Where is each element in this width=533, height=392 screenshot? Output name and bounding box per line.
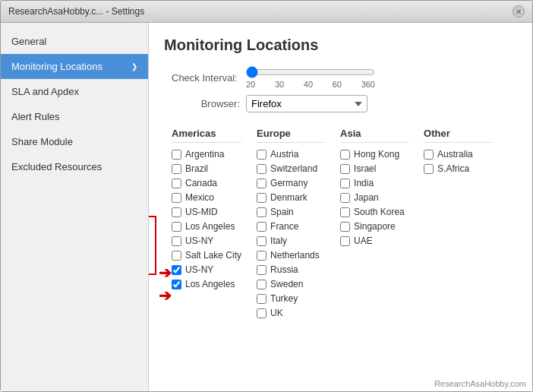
- uae-checkbox[interactable]: [340, 236, 350, 246]
- australia-checkbox[interactable]: [424, 150, 434, 160]
- check-interval-label: Check Interval:: [172, 72, 240, 84]
- usny1-label[interactable]: US-NY: [185, 236, 213, 246]
- tick-60: 60: [333, 80, 342, 89]
- netherlands-label[interactable]: Netherlands: [270, 250, 320, 261]
- losangeles2-checkbox[interactable]: [172, 280, 181, 289]
- browser-select[interactable]: Firefox Chrome Internet Explorer: [246, 95, 367, 112]
- hongkong-label[interactable]: Hong Kong: [354, 149, 399, 160]
- india-checkbox[interactable]: [340, 179, 350, 188]
- austria-checkbox[interactable]: [257, 150, 266, 160]
- spain-label[interactable]: Spain: [270, 207, 294, 217]
- list-item: Australia: [424, 149, 492, 160]
- asia-header: Asia: [340, 128, 408, 143]
- usny2-label[interactable]: US-NY: [185, 264, 213, 275]
- uk-checkbox[interactable]: [257, 308, 266, 318]
- singapore-label[interactable]: Singapore: [354, 221, 396, 232]
- saltlakecity-label[interactable]: Salt Lake City: [185, 250, 241, 261]
- russia-label[interactable]: Russia: [270, 264, 298, 275]
- turkey-checkbox[interactable]: [257, 294, 266, 304]
- list-item: UAE: [340, 236, 408, 246]
- italy-checkbox[interactable]: [257, 236, 266, 246]
- list-item: Hong Kong: [340, 149, 408, 160]
- italy-label[interactable]: Italy: [270, 236, 287, 246]
- list-item: Italy: [257, 236, 325, 246]
- list-item: South Korea: [340, 207, 408, 217]
- japan-checkbox[interactable]: [340, 193, 350, 203]
- list-item: Russia: [257, 264, 325, 275]
- southkorea-label[interactable]: South Korea: [354, 207, 405, 217]
- sidebar-item-general[interactable]: General: [1, 29, 148, 54]
- usny2-checkbox[interactable]: [172, 265, 181, 275]
- list-item: Brazil: [172, 163, 241, 174]
- check-interval-row: Check Interval: 20 30 40 60 360: [172, 66, 517, 89]
- uk-label[interactable]: UK: [270, 308, 283, 318]
- israel-label[interactable]: Israel: [354, 163, 376, 174]
- saltlakecity-checkbox[interactable]: [172, 251, 181, 261]
- titlebar: ResearchAsaHobby.c... - Settings ✕: [1, 1, 532, 23]
- canada-checkbox[interactable]: [172, 179, 181, 188]
- list-item: US-NY: [172, 264, 241, 275]
- france-checkbox[interactable]: [257, 222, 266, 232]
- argentina-checkbox[interactable]: [172, 150, 181, 160]
- hongkong-checkbox[interactable]: [340, 150, 350, 160]
- losangeles2-label[interactable]: Los Angeles: [185, 279, 235, 289]
- india-label[interactable]: India: [354, 178, 374, 188]
- list-item: S.Africa: [424, 163, 492, 174]
- singapore-checkbox[interactable]: [340, 222, 350, 232]
- canada-label[interactable]: Canada: [185, 178, 217, 188]
- russia-checkbox[interactable]: [257, 265, 266, 275]
- sidebar-item-alert-rules[interactable]: Alert Rules: [1, 104, 148, 129]
- netherlands-checkbox[interactable]: [257, 251, 266, 261]
- safrica-checkbox[interactable]: [424, 164, 434, 174]
- usmid-checkbox[interactable]: [172, 207, 181, 217]
- uae-label[interactable]: UAE: [354, 236, 373, 246]
- sidebar-item-excluded-resources[interactable]: Excluded Resources: [1, 154, 148, 179]
- switzerland-label[interactable]: Switzerland: [270, 163, 317, 174]
- losangeles1-label[interactable]: Los Angeles: [185, 221, 235, 232]
- column-europe: Europe Austria Switzerland Germany: [257, 128, 325, 322]
- spain-checkbox[interactable]: [257, 207, 266, 217]
- list-item: Turkey: [257, 293, 325, 304]
- sidebar-item-sla-apdex[interactable]: SLA and Apdex: [1, 79, 148, 104]
- denmark-label[interactable]: Denmark: [270, 192, 308, 203]
- safrica-label[interactable]: S.Africa: [437, 163, 469, 174]
- germany-checkbox[interactable]: [257, 179, 266, 188]
- france-label[interactable]: France: [270, 221, 298, 232]
- sweden-checkbox[interactable]: [257, 280, 266, 289]
- sidebar-item-share-module[interactable]: Share Module: [1, 129, 148, 154]
- sidebar: GeneralMonitoring Locations❯SLA and Apde…: [1, 23, 149, 391]
- sidebar-item-label: Share Module: [11, 136, 73, 147]
- turkey-label[interactable]: Turkey: [270, 293, 298, 304]
- list-item: Denmark: [257, 192, 325, 203]
- column-asia: Asia Hong Kong Israel India: [340, 128, 408, 322]
- check-interval-slider[interactable]: [246, 66, 375, 78]
- main-content: GeneralMonitoring Locations❯SLA and Apde…: [1, 23, 532, 391]
- losangeles1-checkbox[interactable]: [172, 222, 181, 232]
- other-header: Other: [424, 128, 492, 143]
- australia-label[interactable]: Australia: [437, 149, 473, 160]
- denmark-checkbox[interactable]: [257, 193, 266, 203]
- sidebar-item-label: Excluded Resources: [11, 161, 102, 172]
- slider-container: 20 30 40 60 360: [246, 66, 375, 89]
- sidebar-item-monitoring-locations[interactable]: Monitoring Locations❯: [1, 54, 148, 79]
- brazil-label[interactable]: Brazil: [185, 163, 208, 174]
- austria-label[interactable]: Austria: [270, 149, 298, 160]
- israel-checkbox[interactable]: [340, 164, 350, 174]
- close-button[interactable]: ✕: [512, 5, 525, 17]
- brazil-checkbox[interactable]: [172, 164, 181, 174]
- arrow-2: ➔: [159, 288, 172, 303]
- mexico-label[interactable]: Mexico: [185, 192, 214, 203]
- list-item: Netherlands: [257, 250, 325, 261]
- southkorea-checkbox[interactable]: [340, 207, 350, 217]
- usmid-label[interactable]: US-MID: [185, 207, 218, 217]
- usny1-checkbox[interactable]: [172, 236, 181, 246]
- japan-label[interactable]: Japan: [354, 192, 379, 203]
- sweden-label[interactable]: Sweden: [270, 279, 303, 289]
- list-item: Salt Lake City: [172, 250, 241, 261]
- germany-label[interactable]: Germany: [270, 178, 308, 188]
- argentina-label[interactable]: Argentina: [185, 149, 224, 160]
- list-item: Germany: [257, 178, 325, 188]
- mexico-checkbox[interactable]: [172, 193, 181, 203]
- switzerland-checkbox[interactable]: [257, 164, 266, 174]
- list-item: UK: [257, 308, 325, 318]
